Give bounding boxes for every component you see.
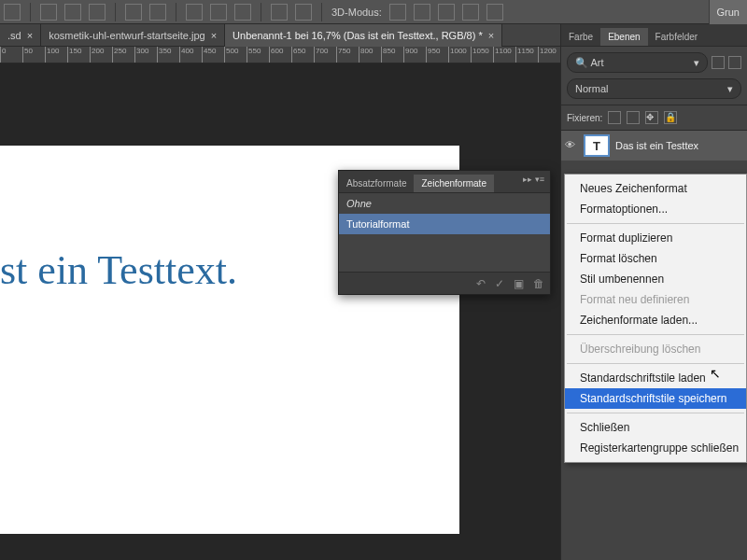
menu-item[interactable]: Schließen xyxy=(565,417,746,438)
distribute-v-btn[interactable] xyxy=(149,4,166,21)
panel-context-menu: Neues ZeichenformatFormatoptionen...Form… xyxy=(564,174,747,463)
3d-light-btn[interactable] xyxy=(486,4,503,21)
ruler-tick: 0 xyxy=(0,47,6,63)
separator xyxy=(176,3,176,21)
ruler-tick: 1150 xyxy=(515,47,534,63)
tab-absatzformate[interactable]: Absatzformate xyxy=(339,175,414,192)
options-toolbar: 3D-Modus: Grun xyxy=(0,0,747,24)
separator xyxy=(321,3,322,21)
character-formats-panel: Absatzformate Zeichenformate ▸▸ ▾≡ Ohne … xyxy=(338,170,551,295)
menu-item[interactable]: Standardschriftstile laden xyxy=(565,368,746,388)
ruler-tick: 750 xyxy=(336,47,350,63)
new-format-icon[interactable]: ▣ xyxy=(514,277,524,290)
arrange-btn[interactable] xyxy=(271,4,288,21)
ruler-tick: 1050 xyxy=(471,47,489,63)
visibility-toggle-icon[interactable]: 👁 xyxy=(565,139,578,152)
tab-farbfelder[interactable]: Farbfelder xyxy=(648,28,706,46)
ruler-tick: 900 xyxy=(403,47,417,63)
workspace-switcher[interactable]: Grun xyxy=(709,0,747,24)
doc-tab-active[interactable]: Unbenannt-1 bei 16,7% (Das ist ein Testt… xyxy=(225,24,502,47)
menu-separator xyxy=(567,223,744,224)
tab-ebenen[interactable]: Ebenen xyxy=(600,28,647,46)
panel-footer: ↶ ✓ ▣ 🗑 xyxy=(339,272,550,294)
lock-pixels-icon[interactable] xyxy=(627,111,640,124)
ruler-tick: 200 xyxy=(90,47,104,63)
envelope-btn[interactable] xyxy=(234,4,251,21)
menu-item: Überschreibung löschen xyxy=(565,339,746,359)
format-list: Ohne Tutorialformat xyxy=(339,193,550,272)
separator xyxy=(261,3,261,21)
ruler-tick: 550 xyxy=(247,47,261,63)
3d-orbit-btn[interactable] xyxy=(389,4,406,21)
menu-separator xyxy=(567,413,744,413)
lock-all-icon[interactable]: 🔒 xyxy=(664,111,677,124)
lock-label: Fixieren: xyxy=(567,113,602,123)
format-item-none[interactable]: Ohne xyxy=(339,193,550,214)
menu-item[interactable]: Format duplizieren xyxy=(565,228,746,248)
layer-lock-row: Fixieren: ✥ 🔒 xyxy=(561,105,747,131)
ruler-tick: 600 xyxy=(269,47,283,63)
filter-pixel-icon[interactable] xyxy=(712,56,725,69)
close-icon[interactable]: × xyxy=(488,30,494,41)
menu-item[interactable]: Standardschriftstile speichern xyxy=(565,388,746,409)
ruler-tick: 1200 xyxy=(538,47,557,63)
menu-item[interactable]: Zeichenformate laden... xyxy=(565,310,746,330)
ruler-tick: 650 xyxy=(291,47,305,63)
apply-icon[interactable]: ✓ xyxy=(495,277,504,290)
trash-icon[interactable]: 🗑 xyxy=(533,277,544,290)
doc-tab[interactable]: kosmetik-uhl-entwurf-startseite.jpg × xyxy=(41,24,225,47)
canvas-area[interactable]: st ein Testtext. xyxy=(0,63,560,560)
align-left-btn[interactable] xyxy=(4,4,21,21)
doc-tab-label: .sd xyxy=(7,30,21,41)
close-icon[interactable]: × xyxy=(211,30,217,41)
layers-panel-body: 🔍 Art▾ Normal▾ xyxy=(561,47,747,105)
ruler-tick: 300 xyxy=(134,47,148,63)
ruler-tick: 1000 xyxy=(448,47,467,63)
tab-zeichenformate[interactable]: Zeichenformate xyxy=(414,175,493,192)
ruler-tick: 1100 xyxy=(493,47,512,63)
layer-thumbnail[interactable]: T xyxy=(584,134,610,157)
text-layer-content[interactable]: st ein Testtext. xyxy=(0,246,237,294)
menu-separator xyxy=(567,334,744,335)
warp-btn[interactable] xyxy=(210,4,227,21)
filter-adjust-icon[interactable] xyxy=(728,56,741,69)
align-vcenter-btn[interactable] xyxy=(64,4,81,21)
distribute-h-btn[interactable] xyxy=(125,4,142,21)
blend-mode-value: Normal xyxy=(575,83,608,94)
menu-item[interactable]: Registerkartengruppe schließen xyxy=(565,438,746,458)
ruler-tick: 250 xyxy=(112,47,126,63)
panel-collapse-icon[interactable]: ▸▸ ▾≡ xyxy=(523,175,544,184)
close-icon[interactable]: × xyxy=(27,30,33,41)
menu-item: Format neu definieren xyxy=(565,289,746,310)
align-top-btn[interactable] xyxy=(40,4,57,21)
panel-tabs: Farbe Ebenen Farbfelder xyxy=(561,24,747,47)
format-item-selected[interactable]: Tutorialformat xyxy=(339,214,550,234)
layer-filter-dropdown[interactable]: 🔍 Art▾ xyxy=(567,52,708,73)
menu-item[interactable]: Format löschen xyxy=(565,248,746,269)
ruler-tick: 950 xyxy=(426,47,440,63)
lock-transparency-icon[interactable] xyxy=(608,111,621,124)
3d-scale-btn[interactable] xyxy=(462,4,479,21)
tab-farbe[interactable]: Farbe xyxy=(561,28,600,46)
ruler-tick: 500 xyxy=(224,47,238,63)
menu-item[interactable]: Formatoptionen... xyxy=(565,199,746,219)
3d-mode-label: 3D-Modus: xyxy=(331,7,382,18)
ruler-tick: 450 xyxy=(202,47,216,63)
align-bottom-btn[interactable] xyxy=(89,4,106,21)
menu-item[interactable]: Stil umbenennen xyxy=(565,269,746,289)
undo-icon[interactable]: ↶ xyxy=(476,277,486,290)
ruler-tick: 400 xyxy=(179,47,193,63)
transform-btn[interactable] xyxy=(186,4,203,21)
align-btn[interactable] xyxy=(295,4,312,21)
3d-pan-btn[interactable] xyxy=(414,4,430,21)
doc-tab-label: kosmetik-uhl-entwurf-startseite.jpg xyxy=(49,30,205,41)
layer-row[interactable]: 👁 T Das ist ein Testtex xyxy=(561,131,747,161)
ruler-tick: 800 xyxy=(359,47,373,63)
blend-mode-dropdown[interactable]: Normal▾ xyxy=(567,78,741,99)
lock-position-icon[interactable]: ✥ xyxy=(645,111,658,124)
3d-move-btn[interactable] xyxy=(438,4,455,21)
doc-tab[interactable]: .sd × xyxy=(0,24,41,47)
separator xyxy=(115,3,116,21)
menu-item[interactable]: Neues Zeichenformat xyxy=(565,178,746,199)
layer-name[interactable]: Das ist ein Testtex xyxy=(615,140,698,151)
